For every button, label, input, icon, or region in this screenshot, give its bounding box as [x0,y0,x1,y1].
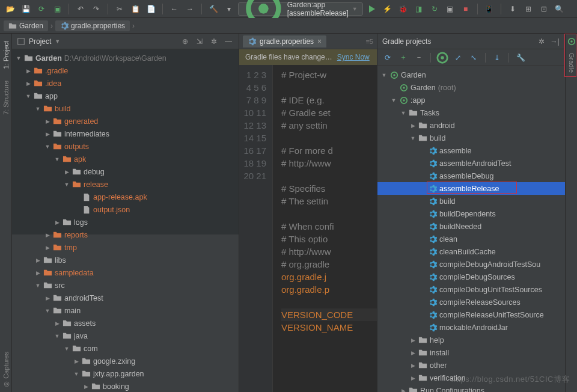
gradle-item[interactable]: buildNeeded [377,220,565,233]
gradle-item[interactable]: cleanBuildCache [377,245,565,258]
gradle-item[interactable]: ▶install [377,346,565,359]
back-icon[interactable]: ← [168,2,181,16]
gradle-item[interactable]: build [377,195,565,207]
collapse-icon[interactable]: ⤡ [467,51,480,64]
gradle-wrench-icon[interactable]: 🔧 [514,51,527,64]
tree-item[interactable]: sampledata [12,266,239,279]
tree-item[interactable]: build [12,102,239,115]
remove-icon[interactable]: － [412,51,426,64]
editor-tab-gradle-properties[interactable]: gradle.properties × [243,35,326,47]
collapse-all-icon[interactable]: ⇲ [194,36,205,47]
gradle-item[interactable]: clean [377,233,565,245]
tree-item[interactable]: outputs [12,140,239,153]
crumb-file[interactable]: gradle.properties [55,20,130,31]
attach-icon[interactable]: ▣ [444,2,457,16]
open-file-icon[interactable]: 📂 [4,2,17,16]
stop-icon[interactable]: ■ [459,2,472,16]
gradle-item[interactable]: assembleAndroidTest [377,157,565,170]
tree-item[interactable]: src [12,279,239,292]
gradle-item[interactable]: compileDebugUnitTestSources [377,283,565,296]
gradle-item[interactable]: ▶Run Configurations [377,384,565,392]
tree-item[interactable]: tmp [12,241,239,254]
project-tree[interactable]: Garden D:\Android\Workspace\Garden.gradl… [12,49,239,392]
run-config-dropdown[interactable]: Garden:app [assembleRelease] ▼ [238,2,363,16]
tree-item[interactable]: libs [12,254,239,266]
refresh-icon[interactable]: ⟳ [381,51,394,64]
gradle-item[interactable]: ▶help [377,334,565,346]
gradle-tree[interactable]: ▼GardenGarden (root)▼:app▼Tasks▶android▼… [377,66,565,392]
gradle-item[interactable]: ▶android [377,119,565,132]
undo-icon[interactable]: ↶ [74,2,87,16]
execute-icon[interactable] [436,51,449,64]
add-icon[interactable]: ＋ [397,51,410,64]
debug-icon[interactable]: 🐞 [397,2,410,16]
gradle-item[interactable]: assemble [377,144,565,157]
forward-icon[interactable]: → [183,2,197,16]
gradle-item[interactable]: ▼Tasks [377,106,565,119]
gradle-hide-icon[interactable]: →| [549,36,560,47]
hide-icon[interactable]: — [223,36,234,47]
sync-icon[interactable]: ⟳ [35,2,48,16]
tree-item[interactable]: reports [12,228,239,241]
profile-icon[interactable]: ◨ [412,2,426,16]
gradle-item[interactable]: ▶verification [377,372,565,384]
sync-now-link[interactable]: Sync Now [337,53,370,61]
gradle-item[interactable]: compileReleaseUnitTestSource [377,308,565,321]
close-icon[interactable]: × [317,37,322,46]
tree-item[interactable]: google.zxing [12,355,239,367]
settings-icon[interactable]: ✲ [209,36,219,47]
tree-item[interactable]: java [12,329,239,342]
redo-icon[interactable]: ↷ [90,2,103,16]
gradle-item[interactable]: compileDebugSources [377,271,565,283]
copy-icon[interactable]: 📋 [129,2,142,16]
gradle-item[interactable]: ▶other [377,359,565,372]
captures-tab[interactable]: ◎ Captures [2,348,10,392]
tree-item[interactable]: assets [12,317,239,329]
project-tab[interactable]: 1: Project [2,37,10,72]
gradle-item[interactable]: compileReleaseSources [377,296,565,308]
gradle-item[interactable]: assembleRelease [377,182,565,195]
gradle-item[interactable]: buildDependents [377,207,565,220]
gradle-item[interactable]: ▼Garden [377,69,565,81]
tree-item[interactable]: generated [12,115,239,127]
project-structure-icon[interactable]: ⊞ [522,2,535,16]
toggle-offline-icon[interactable]: ⤓ [490,51,504,64]
select-config-icon[interactable]: ▾ [222,2,236,16]
gradle-settings-icon[interactable]: ✲ [536,36,547,47]
gradle-item[interactable]: ▼build [377,132,565,144]
apply-changes-icon[interactable]: ⚡ [381,2,394,16]
layout-icon[interactable]: ⊡ [537,2,551,16]
paste-icon[interactable]: 📄 [144,2,157,16]
run-icon[interactable] [365,2,379,16]
expand-icon[interactable]: ⤢ [451,51,465,64]
gradle-item[interactable]: assembleDebug [377,170,565,182]
avd-icon[interactable]: ▣ [50,2,64,16]
sdk-icon[interactable]: ⬇ [506,2,519,16]
gradle-tab[interactable]: Gradle [568,49,575,76]
tree-item[interactable]: output.json [12,203,239,216]
search-icon[interactable]: 🔍 [553,2,566,16]
tree-item[interactable]: release [12,178,239,191]
gradle-item[interactable]: Garden (root) [377,81,565,94]
cut-icon[interactable]: ✂ [113,2,126,16]
gradle-item[interactable]: mockableAndroidJar [377,321,565,334]
tree-item[interactable]: debug [12,165,239,178]
tree-item[interactable]: booking [12,380,239,392]
tree-item[interactable]: .idea [12,77,239,90]
code-area[interactable]: 1 2 3 4 5 6 7 8 9 10 11 12 13 14 15 16 1… [239,65,377,392]
coverage-icon[interactable]: ↻ [428,2,441,16]
tree-item[interactable]: main [12,304,239,317]
tree-item[interactable]: Garden D:\Android\Workspace\Garden [12,52,239,64]
gradle-item[interactable]: compileDebugAndroidTestSou [377,258,565,271]
gradle-item[interactable]: ▼:app [377,94,565,106]
crumb-root[interactable]: Garden [4,20,48,31]
tree-item[interactable]: com [12,342,239,355]
structure-tab[interactable]: 7: Structure [2,77,10,118]
tree-item[interactable]: jxty.app.garden [12,367,239,380]
tree-item[interactable]: apk [12,153,239,165]
avd-manager-icon[interactable]: 📱 [483,2,496,16]
tree-item[interactable]: intermediates [12,127,239,140]
save-all-icon[interactable]: 💾 [19,2,32,16]
tree-item[interactable]: .gradle [12,64,239,77]
tree-item[interactable]: app-release.apk [12,191,239,203]
